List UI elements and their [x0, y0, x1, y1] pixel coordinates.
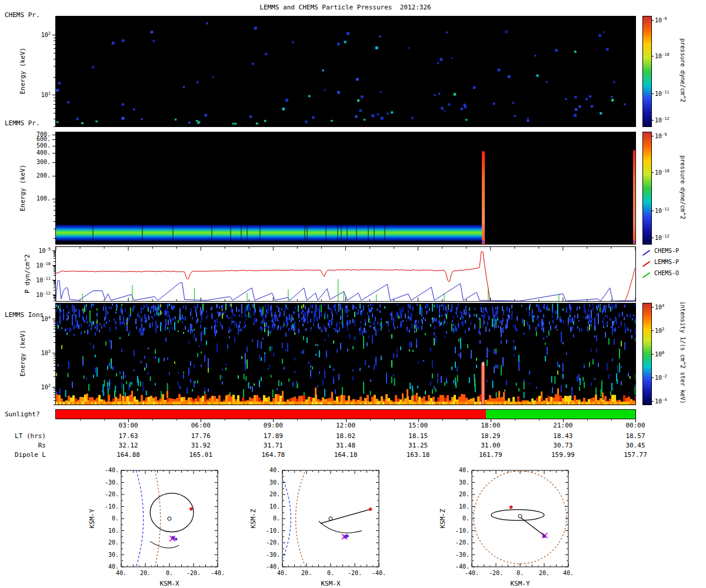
x-tick-label: 20.: [539, 570, 550, 576]
y-axis-minor-tick: [54, 119, 56, 119]
ephemeris-value: 30.45: [618, 442, 653, 449]
y-tick-label: 10.: [108, 527, 119, 534]
y-axis-minor-tick: [54, 266, 56, 266]
y-axis-minor-tick: [54, 229, 56, 229]
colorbar2-title: pressure dyne/cm^2: [680, 129, 686, 246]
y-axis-minor-tick: [54, 324, 56, 325]
orbit-plot-ksmy-ksmz: -40.-20.0.20.40.40.30.20.10.0.-10.-20.-3…: [437, 465, 584, 588]
y-axis-minor-tick: [54, 376, 56, 377]
colorbar-tick-label: 10-9: [655, 132, 683, 139]
colorbar-tick: [651, 93, 654, 94]
y-axis-minor-tick: [54, 38, 56, 38]
ephemeris-value: 17.63: [111, 432, 146, 440]
time-axis-minor-tick: [394, 419, 395, 420]
y-axis-minor-tick: [54, 282, 56, 283]
saturn-marker: [168, 517, 171, 520]
x-tick-label: 20.: [140, 570, 151, 576]
y-axis-tick: [52, 139, 56, 140]
x-tick-label: 40.: [563, 570, 574, 576]
ions-spectrogram-frame: [55, 303, 636, 405]
y-axis-minor-tick: [54, 206, 56, 206]
y-axis-minor-tick: [54, 53, 56, 54]
y-axis-minor-tick: [54, 358, 56, 359]
y-axis-minor-tick: [54, 390, 56, 390]
y-axis-minor-tick: [54, 59, 56, 59]
time-tick-label: 12:00: [328, 422, 364, 429]
y-axis-minor-tick: [54, 286, 56, 286]
red-dot-marker: [509, 506, 513, 509]
chems-spectrogram-canvas: [56, 16, 635, 126]
chems-p-legend-line: [642, 250, 650, 256]
y-axis-tick: [52, 95, 56, 95]
y-axis-minor-tick: [54, 268, 56, 268]
y-axis-minor-tick: [54, 202, 56, 202]
pressure-line-chart: [56, 247, 635, 301]
x-tick-label: 40.: [277, 570, 288, 576]
y-tick-label: 40.: [459, 467, 469, 473]
y-tick-label: -30.: [105, 479, 119, 486]
y-axis-minor-tick: [54, 363, 56, 363]
y-axis-tick-label: 10-10: [25, 262, 51, 269]
ephemeris-value: 18.29: [473, 432, 508, 440]
ephemeris-value: 163.18: [401, 451, 436, 459]
y-axis-tick: [52, 162, 56, 163]
sunlight-day-segment: [56, 410, 486, 419]
chems-o-legend-line: [642, 272, 650, 278]
y-axis-minor-tick: [54, 298, 56, 298]
y-axis-minor-tick: [54, 210, 56, 211]
y-axis-tick-label: 10-12: [25, 291, 51, 298]
y-axis-minor-tick: [54, 299, 56, 299]
x-axis-title: KSM-X: [321, 580, 340, 587]
y-axis-tick: [52, 353, 56, 353]
colorbar-tick: [651, 307, 654, 308]
ephemeris-value: 161.79: [473, 451, 508, 459]
y-axis-tick-label: 101: [25, 91, 51, 98]
y-axis-minor-tick: [54, 405, 56, 405]
y-axis-tick-label: 10-9: [25, 247, 51, 254]
y-axis-tick-label: 200.: [25, 172, 51, 179]
y-tick-label: 40.: [108, 563, 119, 570]
ephemeris-value: 31.71: [255, 442, 291, 449]
x-tick-label: 0.: [166, 570, 173, 576]
time-axis-minor-tick: [442, 419, 443, 420]
colorbar-tick-label: 10-10: [655, 169, 683, 176]
y-axis-minor-tick: [54, 44, 56, 45]
blue-dot2-marker: [175, 538, 177, 540]
y-tick-label: 10.: [269, 503, 280, 510]
y-axis-minor-tick: [54, 360, 56, 361]
y-axis-minor-tick: [54, 366, 56, 367]
red-dot-marker: [369, 507, 372, 511]
pressure-x-ticks: [56, 247, 635, 301]
y-axis-minor-tick: [54, 300, 56, 301]
y-tick-label: -40.: [266, 563, 280, 570]
cassini-mimi-plot-page: LEMMS and CHEMS Particle Pressures 2012:…: [0, 0, 706, 588]
y-tick-label: 20.: [269, 491, 280, 497]
colorbar-tick-label: 10-12: [655, 234, 683, 241]
colorbar-tick-label: 10-9: [655, 16, 683, 24]
lemms-panel-label: LEMMS Pr.: [5, 119, 40, 127]
lemms-p-legend-label: LEMMS-P: [654, 259, 679, 265]
time-axis-minor-tick: [152, 419, 153, 420]
ephemeris-value: 18.57: [618, 432, 653, 440]
y-tick-label: -40.: [455, 563, 469, 570]
time-tick-label: 21:00: [545, 422, 581, 429]
y-axis-minor-tick: [54, 77, 56, 78]
y-axis-minor-tick: [54, 238, 56, 239]
y-axis-minor-tick: [54, 48, 56, 49]
y-axis-minor-tick: [54, 329, 56, 329]
x-tick-label: -20.: [187, 570, 201, 576]
y-axis-minor-tick: [54, 388, 56, 389]
time-axis-minor-tick: [104, 419, 105, 420]
sunlight-night-segment: [486, 410, 635, 419]
y-axis-minor-tick: [54, 356, 56, 356]
lemms-spectrogram-frame: [55, 132, 636, 245]
ephemeris-value: 30.73: [545, 442, 581, 449]
y-axis-title: KSM-Z: [439, 509, 447, 528]
y-axis-tick-label: 400.: [25, 149, 51, 156]
y-axis-minor-tick: [54, 270, 56, 270]
chems-p-legend-label: CHEMS-P: [654, 248, 679, 254]
y-axis-tick-label: 103: [25, 349, 51, 356]
y-axis-minor-tick: [54, 108, 56, 109]
y-axis-minor-tick: [54, 397, 56, 397]
time-axis-minor-tick: [225, 419, 225, 420]
